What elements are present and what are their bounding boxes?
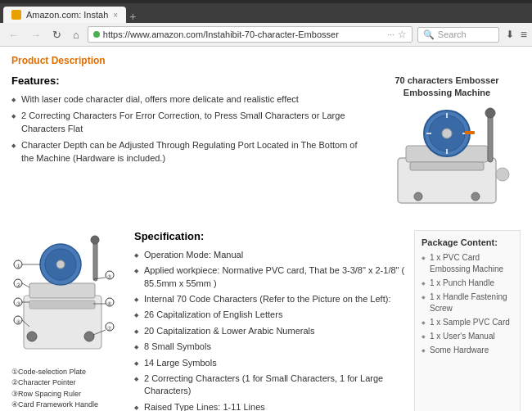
svg-rect-15 [465, 131, 475, 134]
svg-point-13 [471, 192, 480, 201]
package-title: Package Content: [422, 237, 513, 247]
svg-rect-17 [29, 283, 95, 298]
diagram-label-3: ③Row Spacing Ruler [11, 389, 126, 400]
forward-button[interactable]: → [27, 27, 44, 43]
tab-favicon [11, 10, 21, 20]
diagram-label-4: ④Card Framework Handle [11, 400, 126, 411]
svg-text:⑤: ⑤ [107, 274, 111, 279]
svg-line-34 [22, 283, 29, 287]
svg-text:⑦: ⑦ [107, 326, 111, 331]
bottom-section: ① ⑤ ② ⑥ ③ ④ ⑦ [11, 230, 521, 411]
list-item: 1 x User's Manual [422, 331, 513, 342]
ssl-indicator [93, 31, 100, 38]
features-section: Features: With laser code character dial… [11, 75, 365, 214]
features-title: Features: [11, 75, 365, 87]
list-item: 2 Correcting Characters For Error Correc… [11, 110, 365, 135]
svg-point-24 [84, 332, 94, 341]
svg-point-23 [27, 332, 37, 341]
list-item: 1 x Sample PVC Card [422, 317, 513, 328]
list-item: With laser code character dial, offers m… [11, 93, 365, 106]
svg-point-22 [91, 236, 99, 244]
svg-point-10 [485, 108, 495, 118]
svg-point-12 [414, 192, 422, 201]
active-tab[interactable]: Amazon.com: Instah × [3, 7, 126, 23]
reload-button[interactable]: ↻ [49, 27, 65, 43]
svg-text:④: ④ [16, 319, 20, 324]
back-button[interactable]: ← [5, 27, 22, 43]
menu-icon[interactable]: ≡ [521, 28, 527, 41]
svg-text:②: ② [16, 282, 20, 287]
search-placeholder: Search [438, 29, 467, 39]
features-list: With laser code character dial, offers m… [11, 93, 365, 165]
list-item: Applied workpiece: Normative PVC card, T… [134, 264, 406, 290]
svg-rect-9 [488, 113, 493, 162]
diagram-label-1: ①Code-selection Plate [11, 367, 126, 378]
list-item: 8 Small Symbols [134, 341, 406, 353]
page-content: Product Description Features: With laser… [0, 47, 532, 411]
list-item: 20 Capitalization & Lower Arabic Numeral… [134, 325, 406, 337]
section-title: Product Description [11, 55, 521, 66]
list-item: 2 Correcting Characters (1 for Small Cha… [134, 373, 406, 398]
svg-point-4 [442, 129, 452, 138]
package-content-section: Package Content: 1 x PVC Card Embossing … [414, 230, 521, 411]
diagram-labels: ①Code-selection Plate ②Character Pointer… [11, 367, 126, 411]
specs-list: Operation Mode: Manual Applied workpiece… [134, 249, 406, 411]
search-box[interactable]: 🔍 Search [417, 27, 499, 43]
svg-text:③: ③ [16, 301, 20, 306]
list-item: Some Hardware [422, 345, 513, 356]
svg-point-11 [496, 168, 509, 181]
product-image-svg [381, 105, 512, 211]
diagram-label-2: ②Character Pointer [11, 377, 126, 389]
list-item: Operation Mode: Manual [134, 249, 406, 261]
tab-bar: Amazon.com: Instah × + [0, 3, 532, 23]
specs-title: Specification: [134, 230, 406, 242]
tab-label: Amazon.com: Instah [26, 10, 108, 20]
bookmark-icon[interactable]: ☆ [398, 29, 407, 40]
svg-text:⑥: ⑥ [107, 301, 111, 306]
diagram-section: ① ⑤ ② ⑥ ③ ④ ⑦ [11, 230, 126, 411]
svg-text:①: ① [16, 264, 20, 269]
package-list: 1 x PVC Card Embossing Machine 1 x Punch… [422, 252, 513, 356]
url-text: https://www.amazon.com/Instahibit-70-cha… [103, 29, 385, 39]
list-item: 1 x PVC Card Embossing Machine [422, 252, 513, 275]
list-item: 1 x Punch Handle [422, 278, 513, 289]
specs-section: Specification: Operation Mode: Manual Ap… [134, 230, 406, 411]
list-item: Internal 70 Code Characters (Refer to th… [134, 293, 406, 305]
download-icon[interactable]: ⬇ [506, 29, 514, 40]
list-item: 14 Large Symbols [134, 357, 406, 369]
diagram-svg: ① ⑤ ② ⑥ ③ ④ ⑦ [11, 230, 118, 361]
product-image-top: 70 characters Embosser Embossing Machine [373, 75, 521, 214]
svg-rect-25 [29, 300, 95, 309]
tab-close-button[interactable]: × [113, 11, 118, 20]
top-section: Features: With laser code character dial… [11, 75, 521, 214]
new-tab-button[interactable]: + [129, 10, 136, 23]
url-menu[interactable]: ··· [387, 30, 394, 39]
search-icon: 🔍 [423, 29, 435, 40]
list-item: 1 x Handle Fastening Screw [422, 291, 513, 314]
list-item: 26 Capitalization of English Letters [134, 309, 406, 321]
svg-rect-14 [410, 162, 484, 170]
navigation-bar: ← → ↻ ⌂ https://www.amazon.com/Instahibi… [0, 23, 532, 47]
svg-rect-21 [93, 240, 97, 281]
home-button[interactable]: ⌂ [70, 27, 83, 43]
address-bar[interactable]: https://www.amazon.com/Instahibit-70-cha… [88, 26, 413, 43]
list-item: Character Depth can be Adjusted Through … [11, 139, 365, 165]
svg-point-20 [56, 260, 65, 269]
list-item: Raised Type Lines: 1-11 Lines [134, 401, 406, 411]
image-caption: 70 characters Embosser Embossing Machine [373, 75, 521, 100]
